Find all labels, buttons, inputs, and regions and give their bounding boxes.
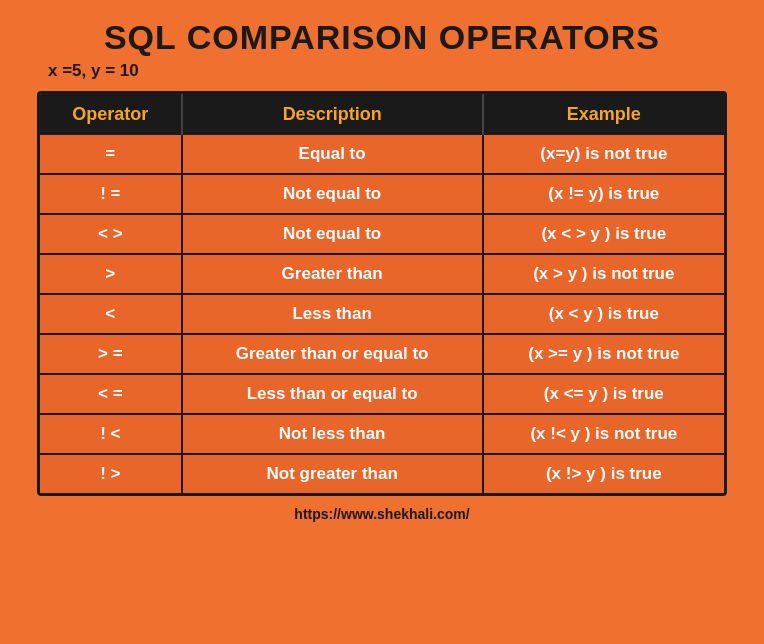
table-header-row: Operator Description Example bbox=[40, 94, 724, 135]
subtitle: x =5, y = 10 bbox=[48, 61, 139, 81]
table-row: > =Greater than or equal to(x >= y ) is … bbox=[40, 334, 724, 374]
cell-description: Not equal to bbox=[182, 214, 483, 254]
cell-description: Not less than bbox=[182, 414, 483, 454]
table-row: ! >Not greater than(x !> y ) is true bbox=[40, 454, 724, 493]
table-row: < >Not equal to(x < > y ) is true bbox=[40, 214, 724, 254]
cell-operator: < bbox=[40, 294, 182, 334]
cell-example: (x < > y ) is true bbox=[483, 214, 724, 254]
cell-description: Not equal to bbox=[182, 174, 483, 214]
cell-description: Not greater than bbox=[182, 454, 483, 493]
cell-description: Less than or equal to bbox=[182, 374, 483, 414]
cell-operator: = bbox=[40, 135, 182, 174]
cell-description: Equal to bbox=[182, 135, 483, 174]
cell-operator: ! < bbox=[40, 414, 182, 454]
footer-url: https://www.shekhali.com/ bbox=[294, 506, 469, 522]
col-header-operator: Operator bbox=[40, 94, 182, 135]
cell-example: (x > y ) is not true bbox=[483, 254, 724, 294]
cell-description: Greater than bbox=[182, 254, 483, 294]
cell-example: (x <= y ) is true bbox=[483, 374, 724, 414]
cell-operator: > bbox=[40, 254, 182, 294]
table-row: ! =Not equal to(x != y) is true bbox=[40, 174, 724, 214]
cell-example: (x !< y ) is not true bbox=[483, 414, 724, 454]
table-row: =Equal to(x=y) is not true bbox=[40, 135, 724, 174]
cell-operator: ! > bbox=[40, 454, 182, 493]
page-title: SQL COMPARISON OPERATORS bbox=[104, 18, 660, 57]
table-row: ! <Not less than(x !< y ) is not true bbox=[40, 414, 724, 454]
cell-example: (x !> y ) is true bbox=[483, 454, 724, 493]
table-row: < =Less than or equal to(x <= y ) is tru… bbox=[40, 374, 724, 414]
col-header-example: Example bbox=[483, 94, 724, 135]
cell-operator: < = bbox=[40, 374, 182, 414]
cell-operator: > = bbox=[40, 334, 182, 374]
table-row: >Greater than(x > y ) is not true bbox=[40, 254, 724, 294]
cell-example: (x != y) is true bbox=[483, 174, 724, 214]
cell-description: Less than bbox=[182, 294, 483, 334]
cell-operator: ! = bbox=[40, 174, 182, 214]
cell-example: (x < y ) is true bbox=[483, 294, 724, 334]
cell-example: (x=y) is not true bbox=[483, 135, 724, 174]
table-row: <Less than(x < y ) is true bbox=[40, 294, 724, 334]
cell-example: (x >= y ) is not true bbox=[483, 334, 724, 374]
cell-description: Greater than or equal to bbox=[182, 334, 483, 374]
comparison-table: Operator Description Example =Equal to(x… bbox=[37, 91, 727, 496]
col-header-description: Description bbox=[182, 94, 483, 135]
cell-operator: < > bbox=[40, 214, 182, 254]
